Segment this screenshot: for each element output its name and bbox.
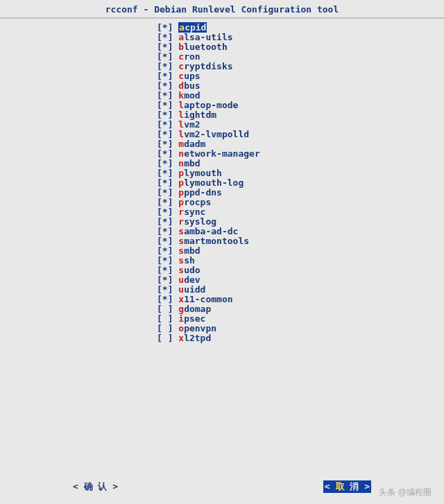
- service-list[interactable]: [*] acpid[*] alsa-utils[*] bluetooth[*] …: [0, 19, 444, 343]
- checkbox-icon[interactable]: [*]: [157, 61, 178, 71]
- service-item-cron[interactable]: [*] cron: [157, 52, 444, 62]
- service-hotkey: l: [178, 119, 184, 130]
- service-label: martmontools: [184, 236, 249, 246]
- checkbox-icon[interactable]: [*]: [157, 90, 178, 101]
- watermark: 头条 @编程圈: [379, 487, 432, 498]
- checkbox-icon[interactable]: [*]: [157, 236, 178, 246]
- service-hotkey: p: [178, 177, 184, 188]
- service-item-mdadm[interactable]: [*] mdadm: [157, 139, 444, 149]
- service-hotkey: k: [178, 90, 184, 101]
- checkbox-icon[interactable]: [ ]: [157, 313, 178, 324]
- service-item-kmod[interactable]: [*] kmod: [157, 91, 444, 101]
- service-label: ups: [184, 71, 200, 81]
- service-item-pppd-dns[interactable]: [*] pppd-dns: [157, 188, 444, 198]
- checkbox-icon[interactable]: [*]: [157, 110, 178, 120]
- checkbox-icon[interactable]: [*]: [157, 168, 178, 178]
- service-item-plymouth-log[interactable]: [*] plymouth-log: [157, 178, 444, 188]
- checkbox-icon[interactable]: [*]: [157, 275, 178, 285]
- service-item-openvpn[interactable]: [ ] openvpn: [157, 324, 444, 333]
- service-label: lsa-utils: [184, 32, 232, 42]
- service-item-lightdm[interactable]: [*] lightdm: [157, 110, 444, 120]
- checkbox-icon[interactable]: [*]: [157, 265, 178, 275]
- checkbox-icon[interactable]: [*]: [157, 294, 178, 304]
- checkbox-icon[interactable]: [ ]: [157, 304, 178, 314]
- checkbox-icon[interactable]: [*]: [157, 100, 178, 110]
- service-hotkey: o: [178, 323, 184, 333]
- checkbox-icon[interactable]: [*]: [157, 32, 178, 42]
- service-item-samba-ad-dc[interactable]: [*] samba-ad-dc: [157, 227, 444, 236]
- checkbox-icon[interactable]: [*]: [157, 51, 178, 62]
- service-item-rsync[interactable]: [*] rsync: [157, 207, 444, 217]
- service-item-acpid[interactable]: [*] acpid: [157, 23, 444, 33]
- service-item-network-manager[interactable]: [*] network-manager: [157, 149, 444, 159]
- service-item-plymouth[interactable]: [*] plymouth: [157, 168, 444, 178]
- service-hotkey: m: [178, 139, 184, 149]
- checkbox-icon[interactable]: [*]: [157, 255, 178, 266]
- checkbox-icon[interactable]: [*]: [157, 197, 178, 207]
- service-hotkey: s: [178, 265, 184, 275]
- service-label: udo: [184, 265, 200, 275]
- service-label: l2tpd: [184, 333, 211, 343]
- service-item-cups[interactable]: [*] cups: [157, 71, 444, 81]
- checkbox-icon[interactable]: [*]: [157, 42, 178, 52]
- service-item-alsa-utils[interactable]: [*] alsa-utils: [157, 33, 444, 42]
- service-hotkey: x: [178, 294, 184, 304]
- service-item-lvm2[interactable]: [*] lvm2: [157, 120, 444, 130]
- service-hotkey: l: [178, 129, 184, 139]
- service-item-ipsec[interactable]: [ ] ipsec: [157, 314, 444, 324]
- service-item-lvm2-lvmpolld[interactable]: [*] lvm2-lvmpolld: [157, 130, 444, 139]
- service-label: domap: [184, 304, 211, 314]
- checkbox-icon[interactable]: [*]: [157, 129, 178, 139]
- service-item-sudo[interactable]: [*] sudo: [157, 266, 444, 275]
- checkbox-icon[interactable]: [*]: [157, 80, 178, 91]
- checkbox-icon[interactable]: [*]: [157, 177, 178, 188]
- button-bar: < 确 认 > < 取 消 >: [0, 480, 444, 493]
- service-item-rsyslog[interactable]: [*] rsyslog: [157, 217, 444, 227]
- service-hotkey: c: [178, 51, 184, 62]
- checkbox-icon[interactable]: [*]: [157, 119, 178, 130]
- service-hotkey: p: [178, 187, 184, 198]
- service-label: ppd-dns: [184, 187, 222, 198]
- service-hotkey: u: [178, 275, 184, 285]
- service-item-bluetooth[interactable]: [*] bluetooth: [157, 42, 444, 52]
- service-hotkey: s: [178, 236, 184, 246]
- service-label: mbd: [184, 158, 200, 168]
- checkbox-icon[interactable]: [*]: [157, 139, 178, 149]
- checkbox-icon[interactable]: [*]: [157, 71, 178, 81]
- title-bar: rcconf - Debian Runlevel Configuration t…: [0, 0, 444, 18]
- service-label: sync: [184, 207, 205, 217]
- service-item-ssh[interactable]: [*] ssh: [157, 256, 444, 266]
- service-item-cryptdisks[interactable]: [*] cryptdisks: [157, 62, 444, 71]
- checkbox-icon[interactable]: [*]: [157, 284, 178, 295]
- checkbox-icon[interactable]: [*]: [157, 216, 178, 227]
- service-item-laptop-mode[interactable]: [*] laptop-mode: [157, 101, 444, 110]
- service-item-procps[interactable]: [*] procps: [157, 198, 444, 207]
- cancel-button[interactable]: < 取 消 >: [323, 480, 371, 493]
- ok-button[interactable]: < 确 认 >: [73, 480, 118, 493]
- service-hotkey: s: [178, 245, 184, 256]
- service-item-smbd[interactable]: [*] smbd: [157, 246, 444, 256]
- service-label: syslog: [184, 216, 216, 227]
- service-hotkey: s: [178, 226, 184, 236]
- service-item-dbus[interactable]: [*] dbus: [157, 81, 444, 91]
- checkbox-icon[interactable]: [*]: [157, 22, 178, 33]
- checkbox-icon[interactable]: [*]: [157, 207, 178, 217]
- checkbox-icon[interactable]: [*]: [157, 245, 178, 256]
- service-item-smartmontools[interactable]: [*] smartmontools: [157, 236, 444, 246]
- service-hotkey: u: [178, 284, 184, 295]
- checkbox-icon[interactable]: [*]: [157, 226, 178, 236]
- checkbox-icon[interactable]: [ ]: [157, 333, 178, 343]
- service-item-x11-common[interactable]: [*] x11-common: [157, 295, 444, 304]
- service-hotkey: r: [178, 216, 184, 227]
- checkbox-icon[interactable]: [*]: [157, 158, 178, 168]
- checkbox-icon[interactable]: [*]: [157, 187, 178, 198]
- service-label: amba-ad-dc: [184, 226, 238, 236]
- checkbox-icon[interactable]: [ ]: [157, 323, 178, 333]
- service-item-uuidd[interactable]: [*] uuidd: [157, 285, 444, 295]
- service-item-udev[interactable]: [*] udev: [157, 275, 444, 285]
- service-item-xl2tpd[interactable]: [ ] xl2tpd: [157, 333, 444, 343]
- service-hotkey: g: [178, 304, 184, 314]
- checkbox-icon[interactable]: [*]: [157, 148, 178, 159]
- service-item-nmbd[interactable]: [*] nmbd: [157, 159, 444, 168]
- service-item-gdomap[interactable]: [ ] gdomap: [157, 304, 444, 314]
